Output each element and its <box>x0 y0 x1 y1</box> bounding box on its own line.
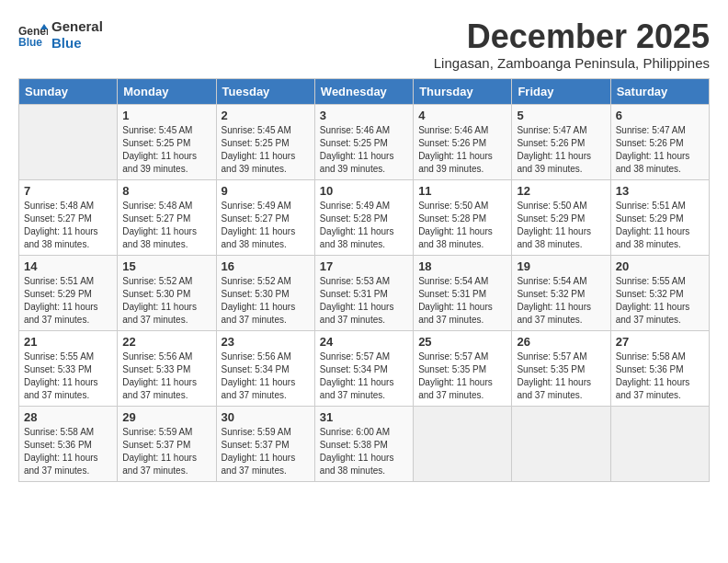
weekday-header-friday: Friday <box>512 78 610 104</box>
calendar-cell <box>512 406 610 481</box>
page-header: General Blue General Blue December 2025 … <box>18 18 710 71</box>
day-number: 1 <box>122 109 210 122</box>
calendar-cell: 12Sunrise: 5:50 AMSunset: 5:29 PMDayligh… <box>512 179 610 255</box>
title-area: December 2025 Lingasan, Zamboanga Penins… <box>434 18 710 71</box>
day-number: 10 <box>320 184 408 198</box>
calendar-cell: 6Sunrise: 5:47 AMSunset: 5:26 PMDaylight… <box>610 104 709 179</box>
calendar-cell: 22Sunrise: 5:56 AMSunset: 5:33 PMDayligh… <box>118 330 216 406</box>
day-number: 17 <box>320 259 408 273</box>
calendar-table: SundayMondayTuesdayWednesdayThursdayFrid… <box>18 78 710 482</box>
cell-content: Sunrise: 5:58 AMSunset: 5:36 PMDaylight:… <box>24 426 112 477</box>
day-number: 13 <box>616 184 704 198</box>
calendar-cell: 23Sunrise: 5:56 AMSunset: 5:34 PMDayligh… <box>216 330 314 406</box>
calendar-cell <box>19 104 118 179</box>
day-number: 26 <box>517 335 605 349</box>
day-number: 11 <box>418 184 506 198</box>
day-number: 9 <box>222 184 310 198</box>
day-number: 4 <box>418 109 506 122</box>
day-number: 31 <box>320 410 408 424</box>
general-blue-icon: General Blue <box>18 22 48 48</box>
day-number: 8 <box>122 184 210 198</box>
calendar-cell: 5Sunrise: 5:47 AMSunset: 5:26 PMDaylight… <box>512 104 610 179</box>
day-number: 5 <box>517 109 605 122</box>
calendar-cell: 14Sunrise: 5:51 AMSunset: 5:29 PMDayligh… <box>19 255 118 330</box>
calendar-cell: 18Sunrise: 5:54 AMSunset: 5:31 PMDayligh… <box>414 255 512 330</box>
day-number: 23 <box>222 335 310 349</box>
day-number: 28 <box>24 410 112 424</box>
logo-blue: Blue <box>51 35 103 52</box>
cell-content: Sunrise: 5:53 AMSunset: 5:31 PMDaylight:… <box>320 275 408 327</box>
cell-content: Sunrise: 5:49 AMSunset: 5:27 PMDaylight:… <box>222 200 310 251</box>
calendar-cell: 15Sunrise: 5:52 AMSunset: 5:30 PMDayligh… <box>118 255 216 330</box>
cell-content: Sunrise: 5:55 AMSunset: 5:32 PMDaylight:… <box>616 275 704 327</box>
day-number: 15 <box>122 259 210 273</box>
weekday-header-monday: Monday <box>118 78 216 104</box>
cell-content: Sunrise: 5:48 AMSunset: 5:27 PMDaylight:… <box>122 200 210 251</box>
day-number: 27 <box>616 335 704 349</box>
month-title: December 2025 <box>434 18 710 55</box>
cell-content: Sunrise: 5:45 AMSunset: 5:25 PMDaylight:… <box>222 124 310 176</box>
cell-content: Sunrise: 5:58 AMSunset: 5:36 PMDaylight:… <box>616 350 704 402</box>
cell-content: Sunrise: 5:50 AMSunset: 5:29 PMDaylight:… <box>517 200 605 251</box>
calendar-cell: 13Sunrise: 5:51 AMSunset: 5:29 PMDayligh… <box>610 179 709 255</box>
day-number: 19 <box>517 259 605 273</box>
cell-content: Sunrise: 5:54 AMSunset: 5:32 PMDaylight:… <box>517 275 605 327</box>
calendar-cell: 27Sunrise: 5:58 AMSunset: 5:36 PMDayligh… <box>610 330 709 406</box>
cell-content: Sunrise: 5:57 AMSunset: 5:34 PMDaylight:… <box>320 350 408 402</box>
calendar-cell: 3Sunrise: 5:46 AMSunset: 5:25 PMDaylight… <box>314 104 413 179</box>
cell-content: Sunrise: 5:47 AMSunset: 5:26 PMDaylight:… <box>616 124 704 176</box>
day-number: 7 <box>24 184 112 198</box>
day-number: 22 <box>122 335 210 349</box>
day-number: 21 <box>24 335 112 349</box>
cell-content: Sunrise: 5:54 AMSunset: 5:31 PMDaylight:… <box>418 275 506 327</box>
cell-content: Sunrise: 5:45 AMSunset: 5:25 PMDaylight:… <box>122 124 210 176</box>
calendar-cell: 1Sunrise: 5:45 AMSunset: 5:25 PMDaylight… <box>118 104 216 179</box>
day-number: 18 <box>418 259 506 273</box>
weekday-header-sunday: Sunday <box>19 78 118 104</box>
day-number: 25 <box>418 335 506 349</box>
day-number: 2 <box>222 109 310 122</box>
calendar-cell: 24Sunrise: 5:57 AMSunset: 5:34 PMDayligh… <box>314 330 413 406</box>
cell-content: Sunrise: 5:56 AMSunset: 5:34 PMDaylight:… <box>222 350 310 402</box>
cell-content: Sunrise: 5:57 AMSunset: 5:35 PMDaylight:… <box>418 350 506 402</box>
cell-content: Sunrise: 5:50 AMSunset: 5:28 PMDaylight:… <box>418 200 506 251</box>
cell-content: Sunrise: 5:56 AMSunset: 5:33 PMDaylight:… <box>122 350 210 402</box>
calendar-cell: 26Sunrise: 5:57 AMSunset: 5:35 PMDayligh… <box>512 330 610 406</box>
calendar-cell: 4Sunrise: 5:46 AMSunset: 5:26 PMDaylight… <box>414 104 512 179</box>
svg-text:Blue: Blue <box>18 36 42 48</box>
cell-content: Sunrise: 5:51 AMSunset: 5:29 PMDaylight:… <box>24 275 112 327</box>
calendar-cell: 28Sunrise: 5:58 AMSunset: 5:36 PMDayligh… <box>19 406 118 481</box>
cell-content: Sunrise: 5:48 AMSunset: 5:27 PMDaylight:… <box>24 200 112 251</box>
calendar-cell: 7Sunrise: 5:48 AMSunset: 5:27 PMDaylight… <box>19 179 118 255</box>
calendar-cell: 9Sunrise: 5:49 AMSunset: 5:27 PMDaylight… <box>216 179 314 255</box>
weekday-header-thursday: Thursday <box>414 78 512 104</box>
cell-content: Sunrise: 5:59 AMSunset: 5:37 PMDaylight:… <box>122 426 210 477</box>
calendar-cell: 25Sunrise: 5:57 AMSunset: 5:35 PMDayligh… <box>414 330 512 406</box>
weekday-header-wednesday: Wednesday <box>314 78 413 104</box>
day-number: 14 <box>24 259 112 273</box>
cell-content: Sunrise: 5:55 AMSunset: 5:33 PMDaylight:… <box>24 350 112 402</box>
calendar-cell: 30Sunrise: 5:59 AMSunset: 5:37 PMDayligh… <box>216 406 314 481</box>
cell-content: Sunrise: 5:59 AMSunset: 5:37 PMDaylight:… <box>222 426 310 477</box>
calendar-cell <box>414 406 512 481</box>
day-number: 20 <box>616 259 704 273</box>
calendar-cell: 10Sunrise: 5:49 AMSunset: 5:28 PMDayligh… <box>314 179 413 255</box>
calendar-cell: 19Sunrise: 5:54 AMSunset: 5:32 PMDayligh… <box>512 255 610 330</box>
calendar-cell: 31Sunrise: 6:00 AMSunset: 5:38 PMDayligh… <box>314 406 413 481</box>
calendar-cell: 20Sunrise: 5:55 AMSunset: 5:32 PMDayligh… <box>610 255 709 330</box>
day-number: 12 <box>517 184 605 198</box>
cell-content: Sunrise: 5:57 AMSunset: 5:35 PMDaylight:… <box>517 350 605 402</box>
calendar-cell: 29Sunrise: 5:59 AMSunset: 5:37 PMDayligh… <box>118 406 216 481</box>
cell-content: Sunrise: 5:46 AMSunset: 5:25 PMDaylight:… <box>320 124 408 176</box>
location-title: Lingasan, Zamboanga Peninsula, Philippin… <box>434 55 710 71</box>
weekday-header-saturday: Saturday <box>610 78 709 104</box>
calendar-cell <box>610 406 709 481</box>
cell-content: Sunrise: 5:46 AMSunset: 5:26 PMDaylight:… <box>418 124 506 176</box>
logo-area: General Blue General Blue <box>18 18 103 52</box>
cell-content: Sunrise: 5:52 AMSunset: 5:30 PMDaylight:… <box>222 275 310 327</box>
cell-content: Sunrise: 5:47 AMSunset: 5:26 PMDaylight:… <box>517 124 605 176</box>
day-number: 30 <box>222 410 310 424</box>
logo-general: General <box>51 18 103 35</box>
cell-content: Sunrise: 5:52 AMSunset: 5:30 PMDaylight:… <box>122 275 210 327</box>
cell-content: Sunrise: 5:49 AMSunset: 5:28 PMDaylight:… <box>320 200 408 251</box>
